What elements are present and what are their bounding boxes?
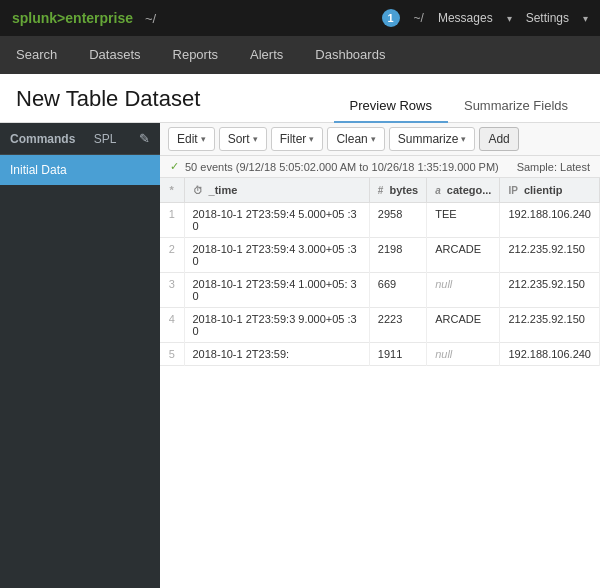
sort-button[interactable]: Sort ▾ xyxy=(219,127,267,151)
nav-item-reports[interactable]: Reports xyxy=(157,36,235,74)
top-bar: splunk>enterprise ~/ 1 ~/ Messages ▾ Set… xyxy=(0,0,600,36)
status-check-icon: ✓ xyxy=(170,160,179,173)
table-row: 12018-10-1 2T23:59:4 5.000+05 :302958TEE… xyxy=(160,203,600,238)
tab-group: Preview Rows Summarize Fields xyxy=(334,90,584,122)
filter-button[interactable]: Filter ▾ xyxy=(271,127,324,151)
clean-arrow: ▾ xyxy=(371,134,376,144)
row-clientip-cell: 192.188.106.240 xyxy=(500,203,600,238)
commands-label: Commands xyxy=(10,132,75,146)
table-row: 42018-10-1 2T23:59:3 9.000+05 :302223ARC… xyxy=(160,308,600,343)
spl-label[interactable]: SPL xyxy=(94,132,117,146)
row-bytes-cell: 2958 xyxy=(369,203,426,238)
row-bytes-cell: 669 xyxy=(369,273,426,308)
sidebar-header: Commands SPL ✎ xyxy=(0,123,160,155)
data-table-wrap: * ⏱ _time # bytes a catego... xyxy=(160,178,600,588)
tab-preview-rows[interactable]: Preview Rows xyxy=(334,90,448,123)
col-category[interactable]: a catego... xyxy=(427,178,500,203)
nav-bar: Search Datasets Reports Alerts Dashboard… xyxy=(0,36,600,74)
row-clientip-cell: 212.235.92.150 xyxy=(500,273,600,308)
row-category-cell: ARCADE xyxy=(427,238,500,273)
row-time-cell: 2018-10-1 2T23:59:4 1.000+05: 30 xyxy=(184,273,369,308)
sidebar: Commands SPL ✎ Initial Data xyxy=(0,123,160,588)
splunk-logo-black: enterprise xyxy=(65,10,133,26)
top-bar-left: splunk>enterprise ~/ xyxy=(12,10,156,26)
row-category-cell: ARCADE xyxy=(427,308,500,343)
tab-summarize-fields[interactable]: Summarize Fields xyxy=(448,90,584,123)
col-star: * xyxy=(160,178,184,203)
filter-arrow: ▾ xyxy=(309,134,314,144)
bytes-type-icon: # xyxy=(378,185,384,196)
summarize-button[interactable]: Summarize ▾ xyxy=(389,127,476,151)
splunk-logo-green: splunk> xyxy=(12,10,65,26)
row-num-cell: 4 xyxy=(160,308,184,343)
row-time-cell: 2018-10-1 2T23:59:4 3.000+05 :30 xyxy=(184,238,369,273)
nav-item-alerts[interactable]: Alerts xyxy=(234,36,299,74)
messages-menu[interactable]: Messages xyxy=(438,11,493,25)
add-button[interactable]: Add xyxy=(479,127,518,151)
sidebar-item-initial-data[interactable]: Initial Data xyxy=(0,155,160,185)
toolbar: Edit ▾ Sort ▾ Filter ▾ Clean ▾ Summarize… xyxy=(160,123,600,156)
data-table: * ⏱ _time # bytes a catego... xyxy=(160,178,600,366)
messages-arrow: ▾ xyxy=(507,13,512,24)
ip-type-icon: IP xyxy=(508,185,517,196)
clean-button[interactable]: Clean ▾ xyxy=(327,127,384,151)
row-num-cell: 1 xyxy=(160,203,184,238)
row-category-cell: null xyxy=(427,273,500,308)
content-area: Edit ▾ Sort ▾ Filter ▾ Clean ▾ Summarize… xyxy=(160,123,600,588)
col-clientip-label: clientip xyxy=(524,184,563,196)
row-bytes-cell: 2223 xyxy=(369,308,426,343)
row-category-cell: null xyxy=(427,343,500,366)
splunk-logo: splunk>enterprise xyxy=(12,10,133,26)
row-clientip-cell: 212.235.92.150 xyxy=(500,238,600,273)
row-time-cell: 2018-10-1 2T23:59:3 9.000+05 :30 xyxy=(184,308,369,343)
top-bar-right: 1 ~/ Messages ▾ Settings ▾ xyxy=(382,9,588,27)
col-time[interactable]: ⏱ _time xyxy=(184,178,369,203)
table-row: 22018-10-1 2T23:59:4 3.000+05 :302198ARC… xyxy=(160,238,600,273)
col-category-label: catego... xyxy=(447,184,492,196)
nav-item-datasets[interactable]: Datasets xyxy=(73,36,156,74)
table-row: 52018-10-1 2T23:59:1911null192.188.106.2… xyxy=(160,343,600,366)
info-badge[interactable]: 1 xyxy=(382,9,400,27)
summarize-arrow: ▾ xyxy=(461,134,466,144)
row-time-cell: 2018-10-1 2T23:59: xyxy=(184,343,369,366)
table-row: 32018-10-1 2T23:59:4 1.000+05: 30669null… xyxy=(160,273,600,308)
settings-arrow: ▾ xyxy=(583,13,588,24)
col-bytes-label: bytes xyxy=(389,184,418,196)
nav-item-dashboards[interactable]: Dashboards xyxy=(299,36,401,74)
row-clientip-cell: 192.188.106.240 xyxy=(500,343,600,366)
time-type-icon: ⏱ xyxy=(193,185,203,196)
home-icon[interactable]: ~/ xyxy=(145,11,156,26)
row-bytes-cell: 1911 xyxy=(369,343,426,366)
col-time-label: _time xyxy=(209,184,238,196)
row-category-cell: TEE xyxy=(427,203,500,238)
row-clientip-cell: 212.235.92.150 xyxy=(500,308,600,343)
edit-arrow: ▾ xyxy=(201,134,206,144)
cat-type-icon: a xyxy=(435,185,441,196)
main-layout: Commands SPL ✎ Initial Data Edit ▾ Sort … xyxy=(0,123,600,588)
status-sample: Sample: Latest xyxy=(517,161,590,173)
row-num-cell: 2 xyxy=(160,238,184,273)
col-clientip[interactable]: IP clientip xyxy=(500,178,600,203)
edit-button[interactable]: Edit ▾ xyxy=(168,127,215,151)
status-bar: ✓ 50 events (9/12/18 5:05:02.000 AM to 1… xyxy=(160,156,600,178)
edit-icon[interactable]: ✎ xyxy=(139,131,150,146)
row-time-cell: 2018-10-1 2T23:59:4 5.000+05 :30 xyxy=(184,203,369,238)
col-bytes[interactable]: # bytes xyxy=(369,178,426,203)
row-num-cell: 3 xyxy=(160,273,184,308)
row-num-cell: 5 xyxy=(160,343,184,366)
page-title: New Table Dataset xyxy=(16,86,200,122)
sort-arrow: ▾ xyxy=(253,134,258,144)
status-text: 50 events (9/12/18 5:05:02.000 AM to 10/… xyxy=(185,161,499,173)
table-header-row: * ⏱ _time # bytes a catego... xyxy=(160,178,600,203)
page-header: New Table Dataset Preview Rows Summarize… xyxy=(0,74,600,123)
nav-item-search[interactable]: Search xyxy=(0,36,73,74)
row-bytes-cell: 2198 xyxy=(369,238,426,273)
settings-menu[interactable]: Settings xyxy=(526,11,569,25)
search-top-icon[interactable]: ~/ xyxy=(414,11,424,25)
